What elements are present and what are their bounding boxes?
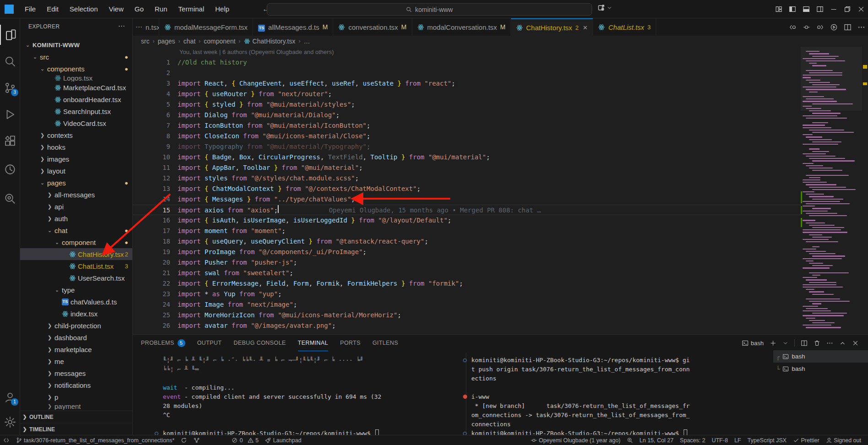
- tree-item-dashboard[interactable]: ❯dashboard: [20, 331, 133, 343]
- breadcrumb-item[interactable]: pages: [158, 38, 175, 45]
- statusbar-git-branch[interactable]: task/3076-return_the_list_of_messages_fr…: [13, 435, 178, 445]
- sidebar-section-outline[interactable]: ❯OUTLINE: [20, 411, 133, 423]
- code-line-4[interactable]: 4import { useRouter } from "next/router"…: [133, 89, 801, 99]
- panel-tab-problems[interactable]: PROBLEMS5: [141, 335, 185, 351]
- terminal-profile-icon[interactable]: bash: [742, 340, 764, 347]
- activitybar-explorer-icon[interactable]: [0, 25, 20, 45]
- tree-item-me[interactable]: ❯me: [20, 355, 133, 367]
- tree-item-marketplace[interactable]: ❯marketplace: [20, 343, 133, 355]
- tree-item-all-messages[interactable]: ❯all-messages: [20, 189, 133, 201]
- statusbar-problems-summary[interactable]: 05: [228, 435, 262, 445]
- breadcrumb-item[interactable]: chat: [183, 38, 195, 45]
- prev-change-icon[interactable]: [789, 23, 797, 31]
- tree-item-onboardheader-tsx[interactable]: onboardHeader.tsx: [20, 93, 133, 105]
- code-line-18[interactable]: 18import { useQuery, useQueryClient } fr…: [133, 236, 801, 247]
- open-change-icon[interactable]: [803, 23, 810, 31]
- gitlens-authors-codelens[interactable]: You, last week | 6 authors (Opeyemi Olug…: [133, 47, 801, 57]
- customize-layout-icon[interactable]: [772, 0, 786, 18]
- code-line-13[interactable]: 13import { ChatModalContext } from "@/co…: [133, 184, 801, 194]
- statusbar-encoding[interactable]: UTF-8: [708, 435, 731, 445]
- close-button[interactable]: [854, 0, 868, 18]
- tree-item-marketplacecard-tsx[interactable]: MarketplaceCard.tsx: [20, 81, 133, 93]
- sidebar-section-timeline[interactable]: ❯TIMELINE: [20, 423, 133, 435]
- tree-item-auth[interactable]: ❯auth: [20, 212, 133, 224]
- tab-chatlist-tsx[interactable]: ChatList.tsx3: [593, 18, 656, 36]
- statusbar-remote-indicator[interactable]: [0, 435, 13, 445]
- code-line-20[interactable]: 20import Pusher from "pusher-js";: [133, 257, 801, 268]
- launch-configuration-icon[interactable]: [598, 4, 605, 11]
- split-editor-icon[interactable]: [844, 23, 852, 31]
- tree-item-searchinput-tsx[interactable]: SearchInput.tsx: [20, 105, 133, 117]
- tree-item-contexts[interactable]: ❯contexts: [20, 129, 133, 141]
- tree-item-messages[interactable]: ❯messages: [20, 367, 133, 379]
- activitybar-search-icon[interactable]: [0, 51, 20, 71]
- tree-item-chatlist-tsx[interactable]: ChatList.tsx3: [20, 260, 133, 272]
- statusbar-cursor-position[interactable]: Ln 15, Col 27: [636, 435, 677, 445]
- code-line-11[interactable]: 11import { AppBar, Toolbar } from "@mui/…: [133, 163, 801, 173]
- code-line-21[interactable]: 21import swal from "sweetalert";: [133, 268, 801, 278]
- toggle-sidebar-icon[interactable]: [786, 0, 799, 18]
- statusbar-launchpad[interactable]: Launchpad: [262, 435, 304, 445]
- code-line-9[interactable]: 9import Typography from "@mui/material/T…: [133, 141, 801, 152]
- activitybar-gitlens-inspect-icon[interactable]: [0, 189, 20, 209]
- code-line-17[interactable]: 17import moment from "moment";: [133, 226, 801, 236]
- launch-dropdown-icon[interactable]: [607, 5, 612, 11]
- tree-item-p[interactable]: ❯p: [20, 391, 133, 403]
- activitybar-extensions-icon[interactable]: [0, 131, 20, 151]
- tab-allmessages-d-ts[interactable]: TSallMessages.d.tsM: [253, 18, 333, 36]
- menu-selection[interactable]: Selection: [64, 0, 103, 18]
- activitybar-run-debug-icon[interactable]: [0, 104, 20, 125]
- menu-edit[interactable]: Edit: [41, 0, 64, 18]
- statusbar-signed-out[interactable]: Signed out: [823, 435, 864, 445]
- code-line-22[interactable]: 22import { ErrorMessage, Field, Form, Fo…: [133, 278, 801, 289]
- code-line-6[interactable]: 6import Dialog from "@mui/material/Dialo…: [133, 110, 801, 120]
- breadcrumb-item[interactable]: src: [141, 38, 150, 45]
- maximize-panel-icon[interactable]: [839, 340, 846, 347]
- tree-item-hooks[interactable]: ❯hooks: [20, 141, 133, 153]
- menu-go[interactable]: Go: [129, 0, 149, 18]
- tree-item-chatvalues-d-ts[interactable]: TSchatValues.d.ts: [20, 296, 133, 308]
- tree-item-type[interactable]: ⌄type: [20, 284, 133, 296]
- breadcrumb-item[interactable]: component: [204, 38, 235, 45]
- tree-item-payment[interactable]: ❯payment: [20, 403, 133, 410]
- activitybar-gitlens-icon[interactable]: [0, 159, 20, 179]
- code-line-23[interactable]: 23import * as Yup from "yup";: [133, 289, 801, 299]
- tree-item-images[interactable]: ❯images: [20, 153, 133, 165]
- split-terminal-icon[interactable]: [801, 340, 808, 347]
- menu-run[interactable]: Run: [149, 0, 173, 18]
- next-change-icon[interactable]: [816, 23, 824, 31]
- menu-terminal[interactable]: Terminal: [173, 0, 210, 18]
- command-center-search[interactable]: kominiti-www: [267, 3, 592, 16]
- launch-profile-button[interactable]: [598, 4, 612, 11]
- panel-more-icon[interactable]: [826, 340, 833, 347]
- tree-item-api[interactable]: ❯api: [20, 201, 133, 212]
- code-line-7[interactable]: 7import IconButton from "@mui/material/I…: [133, 120, 801, 131]
- tree-item-usersearch-tsx[interactable]: UserSearch.tsx: [20, 272, 133, 284]
- tree-item-component[interactable]: ⌄component●: [20, 236, 133, 248]
- tree-item-layout[interactable]: ❯layout: [20, 165, 133, 177]
- breadcrumb[interactable]: src›pages›chat›component›ChatHistory.tsx…: [133, 36, 868, 47]
- terminal-split-divider[interactable]: [466, 353, 466, 434]
- more-icon[interactable]: [857, 23, 865, 31]
- tab-chathistory-tsx[interactable]: ChatHistory.tsx2✕: [511, 18, 593, 36]
- code-editor[interactable]: You, last week | 6 authors (Opeyemi Olug…: [133, 47, 801, 334]
- statusbar-blame-author[interactable]: Opeyemi Olugbade (1 year ago): [528, 435, 624, 445]
- breadcrumb-item[interactable]: …: [303, 38, 310, 45]
- tab-n-tsx[interactable]: ⋯n.tsx: [133, 18, 159, 36]
- panel-tab-debug-console[interactable]: DEBUG CONSOLE: [233, 335, 286, 351]
- tab-modalconversation-tsx[interactable]: modalConversation.tsxM: [412, 18, 511, 36]
- breadcrumb-item[interactable]: ChatHistory.tsx: [244, 38, 296, 45]
- explorer-more-actions-icon[interactable]: ⋯: [118, 22, 125, 30]
- code-line-2[interactable]: 2: [133, 68, 801, 78]
- code-line-16[interactable]: 16import { isAuth, isUserImage, isUserLo…: [133, 215, 801, 226]
- terminal-dropdown-icon[interactable]: [782, 340, 788, 346]
- code-line-14[interactable]: 14import { Messages } from "../type/chat…: [133, 194, 801, 205]
- code-line-12[interactable]: 12import styles from "@/styles/chat.modu…: [133, 173, 801, 184]
- tab-conversation-tsx[interactable]: conversation.tsxM: [333, 18, 412, 36]
- statusbar-indentation[interactable]: Spaces: 2: [677, 435, 709, 445]
- code-line-19[interactable]: 19import ProImage from "@/components/_ui…: [133, 247, 801, 257]
- close-panel-icon[interactable]: [852, 340, 859, 347]
- activitybar-account-icon[interactable]: 1: [0, 387, 20, 407]
- menu-view[interactable]: View: [103, 0, 129, 18]
- toggle-panel-icon[interactable]: [799, 0, 813, 18]
